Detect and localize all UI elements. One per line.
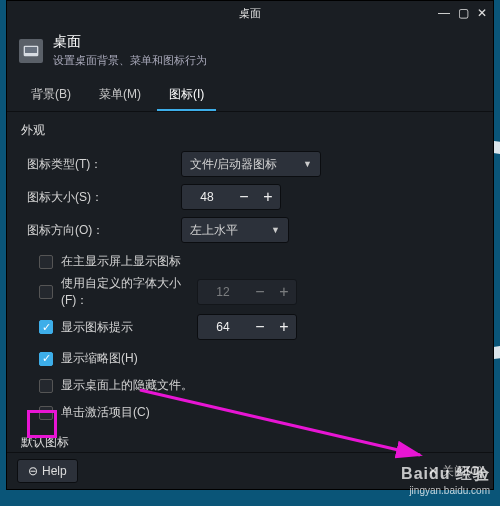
- show-on-primary-checkbox[interactable]: [39, 255, 53, 269]
- chevron-down-icon: ▼: [303, 159, 312, 169]
- header: 桌面 设置桌面背景、菜单和图标行为: [7, 25, 493, 80]
- single-click-label: 单击激活项目(C): [61, 404, 150, 421]
- maximize-button[interactable]: ▢: [458, 6, 469, 20]
- icon-type-combo[interactable]: 文件/启动器图标 ▼: [181, 151, 321, 177]
- icon-size-spinner[interactable]: 48 − +: [181, 184, 281, 210]
- custom-font-label: 使用自定义的字体大小(F)：: [61, 275, 197, 309]
- tab-menu[interactable]: 菜单(M): [87, 80, 153, 111]
- custom-font-spinner: 12 − +: [197, 279, 297, 305]
- window-title: 桌面: [239, 6, 261, 21]
- tooltip-size-spinner[interactable]: 64 − +: [197, 314, 297, 340]
- svg-rect-1: [25, 47, 37, 53]
- footer: ⊖ Help ✕ 关闭(C): [7, 452, 493, 489]
- close-window-button[interactable]: ✕: [477, 6, 487, 20]
- page-title: 桌面: [53, 33, 207, 51]
- help-icon: ⊖: [28, 464, 38, 478]
- close-button[interactable]: ✕ 关闭(C): [428, 463, 483, 480]
- desktop-settings-window: 桌面 — ▢ ✕ 桌面 设置桌面背景、菜单和图标行为 背景(B) 菜单(M) 图…: [6, 0, 494, 490]
- custom-font-checkbox[interactable]: [39, 285, 53, 299]
- close-icon: ✕: [428, 464, 438, 478]
- icon-size-label: 图标大小(S)：: [21, 189, 181, 206]
- decrement-button[interactable]: −: [248, 318, 272, 336]
- show-thumbnails-checkbox[interactable]: [39, 352, 53, 366]
- tab-bar: 背景(B) 菜单(M) 图标(I): [7, 80, 493, 112]
- decrement-button: −: [248, 283, 272, 301]
- icon-type-label: 图标类型(T)：: [21, 156, 181, 173]
- increment-button[interactable]: +: [256, 188, 280, 206]
- default-icons-section-header: 默认图标: [21, 434, 479, 451]
- appearance-section-header: 外观: [21, 122, 479, 139]
- increment-button: +: [272, 283, 296, 301]
- show-hidden-label: 显示桌面上的隐藏文件。: [61, 377, 193, 394]
- show-on-primary-label: 在主显示屏上显示图标: [61, 253, 181, 270]
- show-hidden-checkbox[interactable]: [39, 379, 53, 393]
- titlebar: 桌面 — ▢ ✕: [7, 1, 493, 25]
- help-button[interactable]: ⊖ Help: [17, 459, 78, 483]
- tab-icons[interactable]: 图标(I): [157, 80, 216, 111]
- tab-background[interactable]: 背景(B): [19, 80, 83, 111]
- single-click-checkbox[interactable]: [39, 406, 53, 420]
- increment-button[interactable]: +: [272, 318, 296, 336]
- desktop-icon: [19, 39, 43, 63]
- page-subtitle: 设置桌面背景、菜单和图标行为: [53, 53, 207, 68]
- decrement-button[interactable]: −: [232, 188, 256, 206]
- show-tooltips-label: 显示图标提示: [61, 319, 133, 336]
- icon-orient-combo[interactable]: 左上水平 ▼: [181, 217, 289, 243]
- show-tooltips-checkbox[interactable]: [39, 320, 53, 334]
- minimize-button[interactable]: —: [438, 6, 450, 20]
- chevron-down-icon: ▼: [271, 225, 280, 235]
- show-thumbnails-label: 显示缩略图(H): [61, 350, 138, 367]
- icon-orient-label: 图标方向(O)：: [21, 222, 181, 239]
